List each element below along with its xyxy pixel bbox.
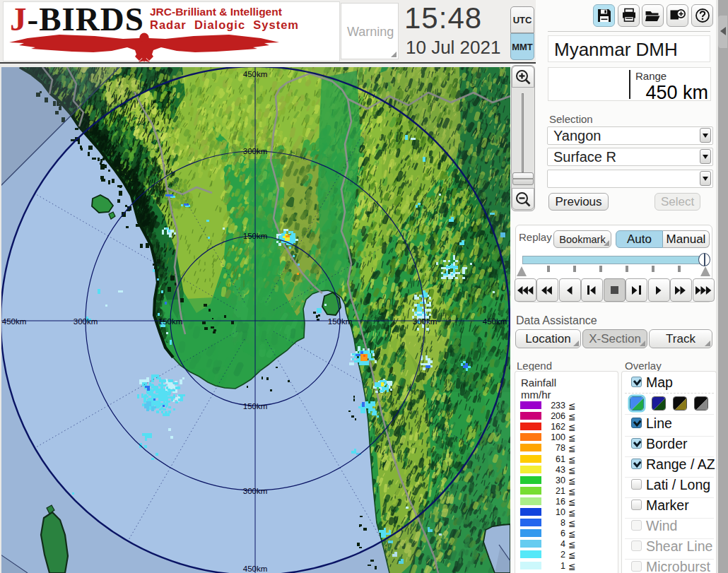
svg-text:300km: 300km xyxy=(413,317,438,326)
svg-text:150km: 150km xyxy=(243,232,268,240)
svg-text:150km: 150km xyxy=(243,402,268,410)
svg-text:450km: 450km xyxy=(2,317,27,326)
svg-text:300km: 300km xyxy=(74,317,98,326)
svg-text:300km: 300km xyxy=(243,487,268,495)
svg-text:150km: 150km xyxy=(158,317,183,326)
svg-text:150km: 150km xyxy=(328,317,353,326)
svg-text:450km: 450km xyxy=(483,317,507,326)
svg-text:300km: 300km xyxy=(243,147,268,155)
svg-text:450km: 450km xyxy=(243,565,268,573)
svg-text:450km: 450km xyxy=(243,70,268,78)
